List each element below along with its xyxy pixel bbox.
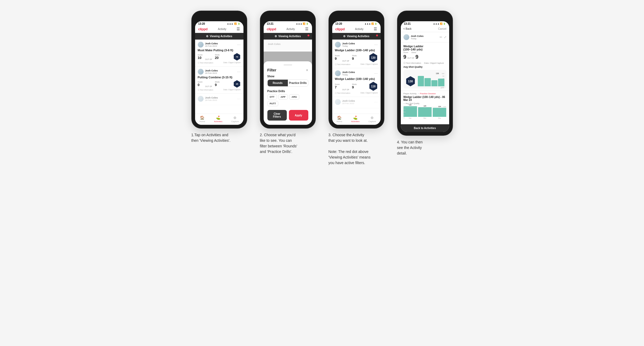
- detail-drill-title: Wedge Ladder(100–140 yds): [403, 45, 447, 51]
- bar-x-3: Mar: [438, 117, 441, 119]
- card-2-header: Josh Coles 28 Feb 2023 ···: [198, 69, 241, 75]
- card-1-info-row: ⓘ Test Information Data: Clippd Capture: [198, 62, 241, 64]
- phone-4-col: 13:21 ▲▲▲ 📶 🔋 < Back Cancel Josh Coles: [394, 11, 456, 156]
- filter-toggle-rounds[interactable]: Rounds: [268, 80, 288, 86]
- phone-3-viewing-banner[interactable]: ⚙ Viewing Activities: [332, 33, 381, 40]
- wedge-chart-title: Wedge Ladder (100–140 yds) - 06 Mar 23: [403, 96, 447, 101]
- back-to-activities-btn[interactable]: Back to Activities: [401, 124, 449, 132]
- phone-2-status-bar: 13:21 ▲▲▲ 📶 🔋: [264, 21, 312, 26]
- p3-card-2-score-label: Score: [335, 83, 340, 85]
- card-1-user-info: Josh Coles 28 Feb 2023: [205, 42, 218, 47]
- p3-card-1-avatar: [335, 42, 341, 48]
- card-3-user-info: Josh Coles 28 Feb 2023: [205, 96, 218, 101]
- card-1-shots-label: Shots: [215, 54, 220, 56]
- phone-2-notch: [279, 14, 297, 20]
- p3-nav-capture[interactable]: ⊕ Capture: [368, 116, 376, 123]
- card-3-dots[interactable]: ···: [237, 97, 241, 101]
- p3-nav-home[interactable]: 🏠 Home: [336, 116, 342, 123]
- p3-nav-activities[interactable]: ⛳ Activities: [351, 116, 360, 123]
- phone-3-filter-icon: ⚙: [343, 35, 346, 38]
- p3-card-3-header: Josh Coles 28 Feb 2023 ···: [335, 99, 378, 105]
- filter-actions: Clear Filters Apply: [267, 110, 308, 121]
- p3-card-2-shots-value: 9: [352, 85, 357, 89]
- phone-3-col: 13:20 ▲▲▲ 📶 🔋 clippd Activity ☰ ⚙ Viewin…: [326, 11, 387, 166]
- p3-card-2-avatar: [335, 70, 341, 76]
- phone-3-card-1[interactable]: Josh Coles Today ··· Wedge Ladder (100–1…: [332, 40, 381, 68]
- phone-2-viewing-banner[interactable]: ⚙ Viewing Activities: [264, 33, 312, 40]
- p3-card-3-avatar: [335, 99, 341, 105]
- phone-3-card-3[interactable]: Josh Coles 28 Feb 2023 ···: [332, 97, 381, 108]
- p3-card-2-out-of: OUT OF: [342, 89, 349, 91]
- drill-tag-putt[interactable]: PUTT: [267, 101, 279, 106]
- activities-icon: ⛳: [216, 116, 220, 120]
- p3-card-3-avatar-name: Josh Coles 28 Feb 2023: [335, 99, 355, 105]
- phone-3-bottom-nav: 🏠 Home ⛳ Activities ⊕ Capture: [332, 114, 381, 125]
- back-button[interactable]: < Back: [403, 27, 412, 30]
- phone-3-hamburger[interactable]: ☰: [374, 27, 377, 31]
- phone-4-time: 13:21: [404, 22, 411, 25]
- clear-filters-btn[interactable]: Clear Filters: [267, 110, 287, 121]
- home-icon: 🏠: [200, 116, 204, 120]
- drill-tag-ott[interactable]: OTT: [267, 94, 277, 100]
- p3-card-1-header: Josh Coles Today ···: [335, 42, 378, 48]
- p3-card-1-dots[interactable]: ···: [374, 43, 378, 46]
- p3-card-2-dots[interactable]: ···: [374, 71, 378, 75]
- dashed-value: 124: [443, 106, 446, 108]
- card-2-dots[interactable]: ···: [237, 70, 241, 74]
- phone-1-hamburger[interactable]: ☰: [237, 27, 240, 31]
- cancel-button[interactable]: Cancel: [438, 27, 446, 30]
- phone-1-card-1[interactable]: Josh Coles 28 Feb 2023 ··· Must Make Put…: [195, 40, 243, 67]
- nav-activities[interactable]: ⛳ Activities: [214, 116, 222, 123]
- chart-x-label: APP: [418, 87, 444, 89]
- phone-1-card-2[interactable]: Josh Coles 28 Feb 2023 ··· Putting Combi…: [195, 67, 243, 94]
- phone-1-viewing-banner[interactable]: ⚙ Viewing Activities: [195, 33, 243, 40]
- phone-3-frame: 13:20 ▲▲▲ 📶 🔋 clippd Activity ☰ ⚙ Viewin…: [329, 11, 384, 129]
- pa-link[interactable]: Practice Session: [420, 92, 436, 95]
- phone-2-status-icons: ▲▲▲ 📶 🔋: [296, 23, 309, 25]
- phone-2-blurred-card: Josh Coles ...: [265, 41, 310, 50]
- p3-card-1-user-info: Josh Coles Today: [342, 42, 355, 47]
- card-2-score-value: 0: [198, 83, 203, 87]
- filter-sheet: Filter × Show Rounds Practice Drills Pra…: [264, 61, 312, 125]
- card-1-shots-value: 20: [215, 56, 220, 60]
- phone-3-status-icons: ▲▲▲ 📶 🔋: [364, 23, 377, 25]
- filter-toggle-drills[interactable]: Practice Drills: [288, 80, 308, 86]
- filter-close-btn[interactable]: ×: [306, 68, 308, 72]
- phone-1-col: 13:20 ▲▲▲ 📶 🔋 clippd Activity ☰ ⚙ Vi: [189, 11, 250, 143]
- y-axis: 140 120 100 80 60: [403, 105, 406, 119]
- p3-card-1-score-group: Score 9: [335, 55, 340, 61]
- phone-3-time: 13:20: [335, 22, 342, 25]
- card-1-score-value: 10: [198, 56, 203, 60]
- filter-toggle-row: Rounds Practice Drills: [267, 79, 308, 87]
- nav-home[interactable]: 🏠 Home: [199, 116, 205, 123]
- nav-capture[interactable]: ⊕ Capture: [231, 116, 239, 123]
- drill-tag-arg[interactable]: ARG: [289, 94, 299, 100]
- phone-3-card-2[interactable]: Josh Coles Today ··· Wedge Ladder (100–1…: [332, 68, 381, 97]
- p3-card-1-avatar-name: Josh Coles Today: [335, 42, 355, 48]
- phone-3-status-bar: 13:20 ▲▲▲ 📶 🔋: [332, 21, 381, 26]
- drill-tag-app[interactable]: APP: [278, 94, 288, 100]
- bar-fill-2: [418, 107, 432, 117]
- card-2-shots-label: Shots: [215, 81, 220, 83]
- card-2-stats: Score 0 OUT OF Shots 9 45: [198, 80, 241, 88]
- card-2-quality-badge: 45: [233, 80, 241, 88]
- p3-card-1-shots-label: Shots: [352, 55, 357, 57]
- phone-1-frame: 13:20 ▲▲▲ 📶 🔋 clippd Activity ☰ ⚙ Vi: [191, 11, 247, 129]
- phone-2-hamburger[interactable]: ☰: [305, 27, 309, 31]
- p3-capture-icon: ⊕: [371, 116, 374, 120]
- p3-card-1-score-value: 9: [335, 57, 340, 61]
- card-2-avatar: [198, 69, 204, 75]
- filter-title: Filter: [267, 68, 276, 72]
- caption-3: 3. Choose the Activitythat you want to l…: [329, 132, 384, 166]
- edit-icon[interactable]: ✏: [440, 35, 442, 39]
- phone-4-screen: 13:21 ▲▲▲ 📶 🔋 < Back Cancel Josh Coles: [401, 21, 449, 132]
- detail-score-value: 9: [403, 54, 406, 60]
- apply-filters-btn[interactable]: Apply: [289, 110, 308, 121]
- phone-1-card-3[interactable]: Josh Coles 28 Feb 2023 ···: [195, 94, 243, 105]
- expand-icon[interactable]: ⤢: [444, 35, 447, 39]
- bar-x-1: Mar: [409, 117, 411, 119]
- p3-card-2-user-info: Josh Coles Today: [342, 71, 355, 76]
- p3-card-3-dots[interactable]: ···: [374, 100, 378, 104]
- card-1-dots[interactable]: ···: [237, 43, 241, 46]
- card-1-shots-group: Shots 20: [215, 54, 220, 60]
